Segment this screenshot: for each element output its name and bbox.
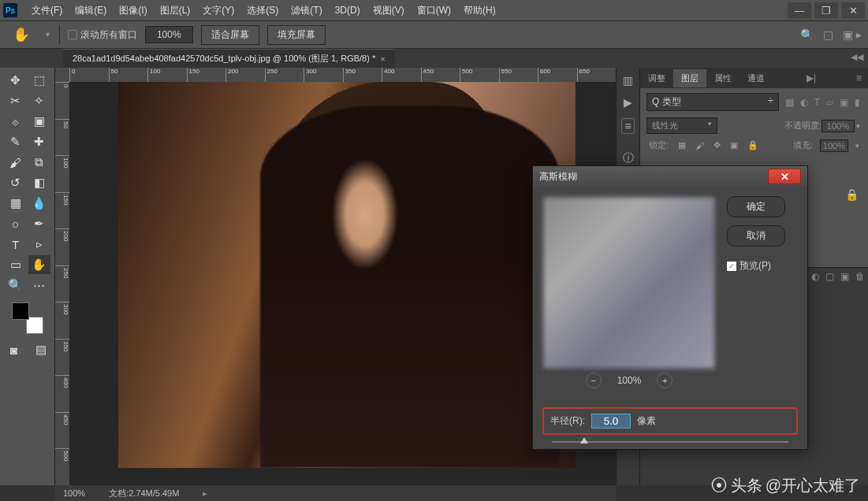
canvas-image[interactable] [118, 82, 576, 468]
chevron-down-icon: ▾ [708, 120, 712, 132]
lock-all-icon[interactable]: 🔒 [745, 139, 761, 151]
color-swatches[interactable] [12, 302, 43, 334]
histogram-icon[interactable]: ▥ [623, 74, 633, 87]
radius-input[interactable] [591, 414, 631, 429]
delete-layer-icon[interactable]: 🗑 [855, 271, 865, 282]
quick-mask-icon[interactable]: ◙ [3, 340, 25, 359]
gradient-tool[interactable]: ▦ [5, 194, 27, 213]
menu-file[interactable]: 文件(F) [25, 4, 69, 17]
maximize-button[interactable]: ❐ [814, 2, 838, 18]
filter-toggle-icon[interactable]: ▮ [853, 95, 862, 109]
lock-artboard-icon[interactable]: ▣ [728, 139, 740, 151]
edit-toolbar[interactable]: ⋯ [28, 276, 50, 295]
lock-position-icon[interactable]: ✥ [711, 139, 723, 151]
hand-tool-icon[interactable]: ✋ [6, 23, 36, 46]
tab-properties[interactable]: 属性 [706, 69, 739, 87]
hand-tool[interactable]: ✋ [28, 255, 50, 274]
scroll-all-checkbox[interactable]: 滚动所有窗口 [68, 28, 137, 42]
menu-help[interactable]: 帮助(H) [457, 4, 502, 17]
zoom-tool[interactable]: 🔍 [5, 276, 27, 295]
zoom-out-button[interactable]: − [586, 373, 602, 388]
dropdown-icon[interactable]: ▼ [44, 31, 51, 39]
panel-collapse-icon[interactable]: ▶| [800, 69, 822, 87]
fill-value[interactable]: 100% [820, 139, 848, 152]
filter-shape-icon[interactable]: ▱ [825, 95, 835, 109]
actions-icon[interactable]: ≡ [621, 118, 634, 134]
clone-tool[interactable]: ⧉ [28, 153, 50, 172]
tab-layers[interactable]: 图层 [673, 69, 706, 87]
ruler-origin[interactable] [55, 68, 69, 82]
lock-pixels-icon[interactable]: ▦ [676, 139, 688, 151]
menu-view[interactable]: 视图(V) [367, 4, 411, 17]
chevron-down-icon[interactable]: ▾ [853, 141, 862, 150]
status-zoom[interactable]: 100% [63, 488, 85, 498]
adjustment-layer-icon[interactable]: ◐ [811, 271, 819, 282]
frame-tool[interactable]: ▣ [28, 112, 50, 131]
menu-filter[interactable]: 滤镜(T) [285, 4, 328, 17]
share-icon[interactable]: ▢ [823, 28, 833, 41]
cancel-button[interactable]: 取消 [727, 225, 785, 247]
dodge-tool[interactable]: ○ [5, 214, 27, 233]
eyedropper-tool[interactable]: ✎ [5, 132, 27, 151]
panel-menu-icon[interactable]: ≡ [850, 69, 868, 87]
lasso-tool[interactable]: ✂ [5, 91, 27, 110]
minimize-button[interactable]: — [788, 2, 811, 18]
filter-smart-icon[interactable]: ▣ [838, 95, 850, 109]
eraser-tool[interactable]: ◧ [28, 173, 50, 192]
menu-window[interactable]: 窗口(W) [411, 4, 457, 17]
brush-tool[interactable]: 🖌 [5, 153, 27, 172]
pen-tool[interactable]: ✒ [28, 214, 50, 233]
status-doc-info[interactable]: 文档:2.74M/5.49M [109, 488, 179, 499]
collapse-panels-icon[interactable]: ◀◀ [851, 52, 863, 62]
info-icon[interactable]: ⓘ [623, 151, 634, 165]
magic-wand-tool[interactable]: ✧ [28, 91, 50, 110]
filter-type-icon[interactable]: T [813, 95, 821, 109]
menu-edit[interactable]: 编辑(E) [69, 4, 113, 17]
menu-image[interactable]: 图像(I) [113, 4, 153, 17]
lock-paint-icon[interactable]: 🖌 [693, 140, 706, 151]
preview-checkbox[interactable]: ✓ 预览(P) [727, 259, 785, 273]
history-brush-tool[interactable]: ↺ [5, 173, 27, 192]
document-tab[interactable]: 28ca1ad1d9d54abeb408fad42570dc5d_tplv-ob… [63, 49, 395, 68]
workspace-switch-icon[interactable]: ▣ ▸ [843, 28, 862, 41]
dialog-close-button[interactable]: ✕ [768, 169, 801, 184]
close-window-button[interactable]: ✕ [841, 2, 865, 18]
ok-button[interactable]: 确定 [727, 196, 785, 217]
blur-preview-area[interactable] [542, 196, 716, 369]
type-tool[interactable]: T [5, 235, 27, 254]
tab-channels[interactable]: 通道 [739, 69, 773, 87]
group-icon[interactable]: ▢ [825, 271, 834, 282]
new-layer-icon[interactable]: ▣ [840, 271, 849, 282]
path-select-tool[interactable]: ▹ [28, 235, 50, 254]
menu-layer[interactable]: 图层(L) [154, 4, 197, 17]
zoom-in-button[interactable]: + [657, 373, 672, 388]
marquee-tool[interactable]: ⬚ [28, 71, 50, 90]
menu-type[interactable]: 文字(Y) [196, 4, 240, 17]
opacity-value[interactable]: 100% [821, 120, 855, 132]
chevron-down-icon[interactable]: ▾ [855, 122, 862, 130]
foreground-color[interactable] [12, 302, 29, 320]
menu-3d[interactable]: 3D(D) [329, 5, 367, 16]
menu-select[interactable]: 选择(S) [240, 4, 285, 17]
rectangle-tool[interactable]: ▭ [5, 255, 27, 274]
slider-thumb[interactable] [580, 437, 588, 443]
move-tool[interactable]: ✥ [5, 71, 27, 90]
history-icon[interactable]: ▶ [624, 96, 632, 109]
fill-screen-button[interactable]: 填充屏幕 [267, 25, 326, 45]
tab-adjustments[interactable]: 调整 [640, 69, 673, 87]
blur-tool[interactable]: 💧 [28, 194, 50, 213]
screen-mode-icon[interactable]: ▤ [30, 340, 52, 359]
tab-close-icon[interactable]: × [380, 54, 385, 64]
blend-mode-dropdown[interactable]: 线性光▾ [646, 117, 717, 134]
filter-adjust-icon[interactable]: ◐ [799, 95, 810, 109]
dialog-titlebar[interactable]: 高斯模糊 ✕ [533, 166, 807, 187]
healing-tool[interactable]: ✚ [28, 132, 50, 151]
radius-slider[interactable] [533, 441, 807, 449]
fit-screen-button[interactable]: 适合屏幕 [201, 25, 259, 45]
search-icon[interactable]: 🔍 [800, 28, 814, 41]
status-chevron-icon[interactable]: ▸ [203, 488, 207, 499]
filter-pixels-icon[interactable]: ▦ [784, 95, 795, 109]
layer-filter-dropdown[interactable]: Q 类型÷ [646, 93, 779, 111]
crop-tool[interactable]: ⟐ [5, 112, 27, 131]
zoom-display[interactable]: 100% [145, 26, 193, 43]
